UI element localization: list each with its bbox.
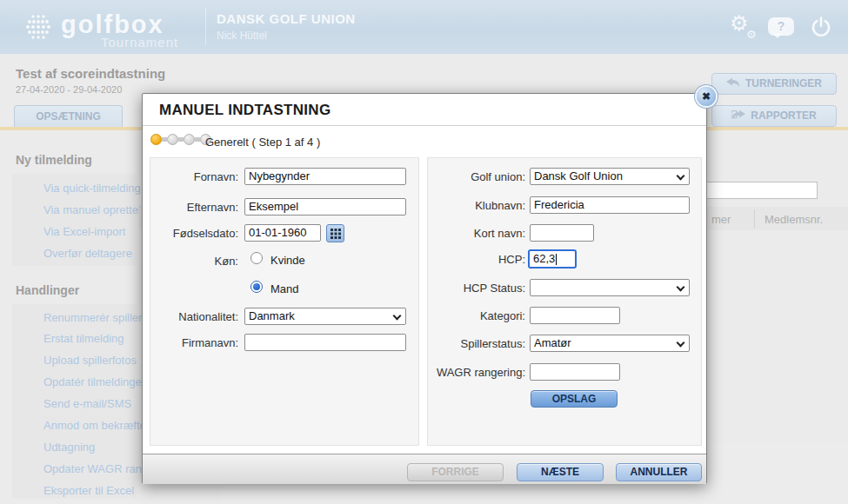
page-title: Test af scoreindtastning — [16, 66, 165, 81]
help-question-glyph: ? — [768, 17, 794, 36]
sidebar-item-overfoer-deltagere[interactable]: Overfør deltagere — [43, 247, 132, 260]
hcp-label: HCP: — [427, 253, 525, 266]
golf-union-label: Golf union: — [427, 170, 525, 183]
hcp-input[interactable]: 62,3 — [528, 249, 577, 269]
chevron-down-icon — [677, 172, 685, 181]
step-dot-2 — [167, 134, 178, 145]
settings-gear-small-icon: ⚙ — [746, 29, 757, 40]
page-date-range: 27-04-2020 - 29-04-2020 — [16, 84, 122, 95]
hcp-value: 62,3 — [533, 252, 555, 265]
spillerstatus-select[interactable]: Amatør — [530, 335, 690, 352]
golfbox-ball-icon — [23, 11, 54, 43]
radio-mand-label: Mand — [270, 282, 299, 295]
sidebar-item-renummerer-spillere[interactable]: Renummerér spillere — [43, 311, 149, 324]
firmanavn-input[interactable] — [244, 334, 406, 351]
efternavn-input[interactable]: Eksempel — [244, 198, 406, 216]
nationalitet-label: Nationalitet: — [150, 310, 238, 323]
organization-name: DANSK GOLF UNION — [217, 11, 356, 26]
radio-kvinde-label: Kvinde — [270, 254, 305, 267]
text-caret — [556, 254, 557, 265]
fornavn-input[interactable]: Nybegynder — [244, 168, 406, 185]
sidebar-group-title-ny-tilmelding: Ny tilmelding — [16, 153, 92, 167]
sidebar-item-opdater-tilmeldinger[interactable]: Opdatér tilmeldinger — [43, 375, 145, 388]
firmanavn-label: Firmanavn: — [150, 336, 238, 349]
top-header: golfbox Tournament DANSK GOLF UNION Nick… — [0, 0, 848, 54]
logout-power-icon[interactable] — [811, 16, 831, 38]
dialog-titlebar: MANUEL INDTASTNING — [143, 94, 706, 126]
sidebar-item-via-excel-import[interactable]: Via Excel-import — [43, 225, 125, 238]
foedselsdato-input[interactable]: 01-01-1960 — [244, 224, 321, 242]
help-icon[interactable]: ? — [768, 17, 794, 36]
report-arrow-icon — [731, 109, 745, 120]
sidebar-group-title-handlinger: Handlinger — [16, 283, 79, 297]
sidebar-item-via-quick-tilmelding[interactable]: Via quick-tilmelding — [43, 182, 141, 195]
golf-union-value: Dansk Golf Union — [534, 169, 623, 182]
radio-mand-selected[interactable] — [250, 281, 263, 293]
table-column-truncated: mer — [711, 213, 731, 226]
nationalitet-select[interactable]: Danmark — [244, 308, 406, 325]
klubnavn-label: Klubnavn: — [427, 199, 525, 212]
efternavn-label: Efternavn: — [150, 201, 238, 214]
table-column-medlemsnr: Medlemsnr. — [765, 213, 823, 226]
rapporter-label: RAPPORTER — [751, 109, 816, 122]
close-icon[interactable]: ✖ — [697, 87, 716, 106]
klubnavn-input[interactable]: Fredericia — [530, 196, 690, 214]
table-column-divider — [754, 209, 755, 228]
chevron-down-icon — [677, 339, 685, 348]
turneringer-button[interactable]: TURNERINGER — [711, 73, 837, 95]
nationalitet-value: Danmark — [249, 309, 295, 322]
spillerstatus-label: Spillerstatus: — [427, 337, 525, 350]
manuel-indtastning-dialog: MANUEL INDTASTNING ✖ Generelt ( Step 1 a… — [142, 93, 707, 484]
step-dot-3 — [184, 134, 195, 145]
back-arrow-icon — [726, 77, 740, 88]
user-name: Nick Hüttel — [217, 30, 267, 42]
app-window: golfbox Tournament DANSK GOLF UNION Nick… — [0, 0, 848, 504]
kategori-label: Kategori: — [427, 309, 525, 322]
wagr-rangering-label: WAGR rangering: — [427, 366, 525, 379]
sidebar-item-eksporter-til-excel[interactable]: Eksporter til Excel — [43, 484, 134, 497]
opslag-button[interactable]: OPSLAG — [531, 390, 618, 408]
sidebar-item-send-email-sms[interactable]: Send e-mail/SMS — [43, 397, 131, 410]
sidebar-item-upload-spillerfotos[interactable]: Upload spillerfotos — [43, 354, 137, 367]
chevron-down-icon — [393, 312, 402, 321]
header-divider — [205, 9, 206, 45]
sidebar-item-erstat-tilmelding[interactable]: Erstat tilmelding — [43, 332, 124, 345]
turneringer-label: TURNERINGER — [745, 77, 822, 90]
hcp-status-select[interactable] — [530, 279, 690, 296]
kort-navn-input[interactable] — [530, 224, 594, 242]
naeste-button[interactable]: NÆSTE — [517, 463, 604, 481]
step-indicator — [150, 134, 211, 145]
help-bubble-tail — [773, 34, 782, 43]
logo-subtext: Tournament — [101, 35, 178, 50]
sidebar-item-udtagning[interactable]: Udtagning — [43, 441, 95, 454]
calendar-icon[interactable] — [326, 224, 344, 242]
kort-navn-label: Kort navn: — [427, 227, 525, 240]
golf-union-select[interactable]: Dansk Golf Union — [530, 168, 690, 185]
kategori-input[interactable] — [530, 307, 620, 324]
hcp-status-label: HCP Status: — [427, 282, 525, 295]
tab-opsaetning[interactable]: OPSÆTNING — [14, 105, 123, 128]
forrige-button-disabled: FORRIGE — [407, 463, 504, 481]
spillerstatus-value: Amatør — [534, 336, 571, 349]
step-dot-1-active — [150, 134, 162, 145]
wagr-rangering-input[interactable] — [530, 363, 620, 381]
foedselsdato-label: Fødselsdato: — [150, 227, 238, 240]
rapporter-button[interactable]: RAPPORTER — [711, 105, 837, 127]
calendar-grid-glyph — [331, 229, 341, 239]
sidebar-item-via-manuel-oprettelse[interactable]: Via manuel oprettelse — [43, 203, 153, 216]
annuller-button[interactable]: ANNULLER — [616, 463, 702, 481]
opsaetning-label: OPSÆTNING — [36, 110, 101, 123]
step-label: Generelt ( Step 1 af 4 ) — [205, 136, 320, 149]
radio-kvinde[interactable] — [250, 252, 263, 264]
koen-label: Køn: — [150, 255, 238, 268]
chevron-down-icon — [677, 283, 685, 292]
fornavn-label: Fornavn: — [150, 170, 238, 183]
dialog-title: MANUEL INDTASTNING — [159, 102, 331, 119]
